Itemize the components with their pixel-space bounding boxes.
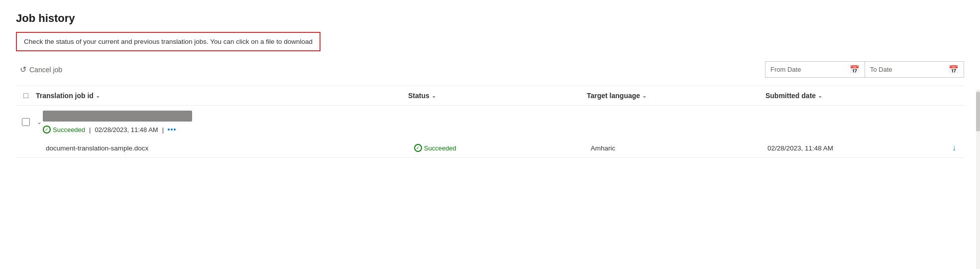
from-date-input[interactable]: From Date 📅 — [765, 61, 865, 78]
header-status[interactable]: Status ⌄ — [408, 92, 587, 100]
table-row-parent: ⌄ ✓ Succeeded | 02/28/2023, 11:48 AM | — [16, 106, 964, 138]
parent-status-succeeded: ✓ Succeeded — [43, 126, 85, 134]
status-separator: | — [89, 126, 91, 134]
more-options-button[interactable] — [168, 129, 176, 131]
cancel-job-button[interactable]: ↺ Cancel job — [16, 63, 66, 76]
header-target[interactable]: Target language ⌄ — [587, 92, 765, 100]
table-row-group: ⌄ ✓ Succeeded | 02/28/2023, 11:48 AM | — [16, 106, 964, 158]
from-date-label: From Date — [770, 66, 846, 73]
parent-meta: ✓ Succeeded | 02/28/2023, 11:48 AM | — [43, 111, 412, 134]
cancel-job-label: Cancel job — [29, 66, 62, 74]
header-submitted[interactable]: Submitted date ⌄ — [765, 92, 944, 100]
row-checkbox[interactable] — [22, 118, 30, 126]
more-dot-3 — [174, 129, 176, 131]
submitted-sort-icon: ⌄ — [818, 93, 822, 99]
redacted-job-id — [43, 111, 192, 122]
child-status-text: Succeeded — [424, 144, 456, 152]
more-dot-2 — [171, 129, 173, 131]
page-title: Job history — [16, 12, 964, 25]
from-date-calendar-icon: 📅 — [850, 65, 860, 74]
more-dot-1 — [168, 129, 170, 131]
row-check-expand — [16, 118, 36, 126]
download-button[interactable]: ↓ — [944, 143, 964, 152]
child-status: ✓ Succeeded — [414, 144, 591, 152]
info-banner: Check the status of your current and pre… — [16, 32, 321, 51]
child-target-language: Amharic — [591, 144, 767, 152]
status-separator-2: | — [162, 126, 164, 134]
header-jobid-label: Translation job id — [36, 92, 94, 100]
jobid-sort-icon: ⌄ — [96, 93, 100, 99]
child-filename[interactable]: document-translation-sample.docx — [46, 144, 414, 152]
cancel-icon: ↺ — [20, 65, 26, 74]
table-container: □ Translation job id ⌄ Status ⌄ Target l… — [16, 86, 964, 158]
page-container: Job history Check the status of your cur… — [0, 0, 980, 269]
to-date-label: To Date — [870, 66, 945, 73]
status-sort-icon: ⌄ — [432, 93, 436, 99]
toolbar: ↺ Cancel job From Date 📅 To Date 📅 — [16, 61, 964, 82]
table-header: □ Translation job id ⌄ Status ⌄ Target l… — [16, 86, 964, 106]
check-circle-icon: ✓ — [43, 126, 51, 134]
header-jobid[interactable]: Translation job id ⌄ — [36, 92, 408, 100]
scrollbar-thumb[interactable] — [976, 92, 980, 132]
header-status-label: Status — [408, 92, 430, 100]
child-status-succeeded: ✓ Succeeded — [414, 144, 456, 152]
child-submitted-date: 02/28/2023, 11:48 AM — [767, 144, 944, 152]
header-target-label: Target language — [587, 92, 640, 100]
status-row: ✓ Succeeded | 02/28/2023, 11:48 AM | — [43, 126, 412, 134]
header-doc-icon: □ — [23, 91, 28, 100]
info-banner-text: Check the status of your current and pre… — [24, 38, 313, 45]
target-sort-icon: ⌄ — [642, 93, 647, 99]
to-date-calendar-icon: 📅 — [949, 65, 959, 74]
child-target-text: Amharic — [591, 144, 616, 152]
to-date-input[interactable]: To Date 📅 — [865, 61, 964, 78]
header-submitted-label: Submitted date — [765, 92, 816, 100]
parent-status-date: 02/28/2023, 11:48 AM — [95, 126, 158, 134]
child-submitted-text: 02/28/2023, 11:48 AM — [767, 144, 833, 152]
download-arrow-icon: ↓ — [952, 143, 956, 152]
date-filters: From Date 📅 To Date 📅 — [765, 61, 964, 78]
table-row-child: document-translation-sample.docx ✓ Succe… — [16, 138, 964, 157]
expand-button[interactable]: ⌄ — [36, 118, 43, 127]
scrollbar-track[interactable] — [976, 90, 980, 269]
child-check-circle-icon: ✓ — [414, 144, 422, 152]
filename-text: document-translation-sample.docx — [46, 144, 148, 152]
parent-status-text: Succeeded — [53, 126, 85, 134]
header-check-col: □ — [16, 91, 36, 100]
